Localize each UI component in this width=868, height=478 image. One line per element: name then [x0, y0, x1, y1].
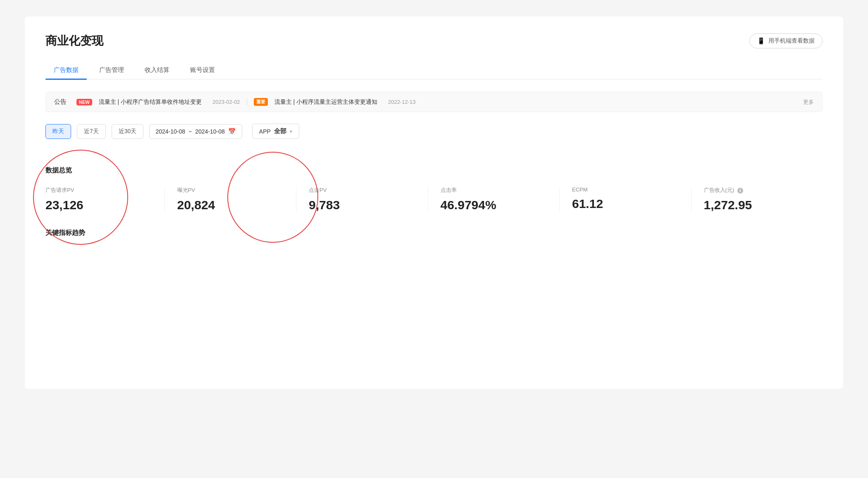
- stat-label-ctr: 点击率: [441, 186, 547, 194]
- more-link[interactable]: 更多: [803, 98, 814, 106]
- stat-value-ad-revenue: 1,272.95: [704, 198, 811, 212]
- date-start: 2024-10-08: [155, 128, 185, 135]
- stat-value-ctr: 46.9794%: [441, 198, 547, 212]
- phone-icon: 📱: [757, 37, 765, 45]
- calendar-icon: 📅: [228, 128, 236, 135]
- time-btn-30days[interactable]: 近30天: [112, 124, 144, 139]
- page-header: 商业化变现 📱 用手机端查看数据: [45, 33, 823, 49]
- tab-income[interactable]: 收入结算: [136, 61, 178, 79]
- stat-label-ad-request-pv: 广告请求PV: [45, 186, 152, 194]
- tab-ad-mgmt[interactable]: 广告管理: [91, 61, 132, 79]
- chevron-down-icon: ▾: [290, 129, 292, 134]
- stat-label-ecpm: ECPM: [572, 186, 679, 193]
- badge-important: 重要: [254, 98, 268, 106]
- app-filter-dropdown[interactable]: APP 全部 ▾: [252, 124, 299, 139]
- stat-item-impression-pv: 曝光PV 20,824: [177, 186, 297, 212]
- date-range-picker[interactable]: 2024-10-08 ~ 2024-10-08 📅: [149, 124, 242, 139]
- stat-label-impression-pv: 曝光PV: [177, 186, 284, 194]
- main-content: 商业化变现 📱 用手机端查看数据 广告数据 广告管理 收入结算 账号设置 公告: [25, 17, 843, 389]
- stat-value-impression-pv: 20,824: [177, 198, 284, 212]
- date-separator: ~: [188, 128, 192, 135]
- tab-ad-data[interactable]: 广告数据: [45, 61, 87, 79]
- stat-value-ad-request-pv: 23,126: [45, 198, 152, 212]
- time-btn-7days[interactable]: 近7天: [77, 124, 106, 139]
- stat-label-ad-revenue: 广告收入(元) ℹ: [704, 186, 811, 194]
- stat-item-ctr: 点击率 46.9794%: [441, 186, 560, 212]
- filter-bar: 昨天 近7天 近30天 2024-10-08 ~ 2024-10-08 📅 AP…: [45, 124, 823, 139]
- stat-value-click-pv: 9,783: [309, 198, 415, 212]
- stats-section: 数据总览 广告请求PV 23,126 曝光PV 20,824 点击PV 9,78…: [45, 154, 823, 220]
- date-end: 2024-10-08: [195, 128, 225, 135]
- mobile-btn-label: 用手机端查看数据: [768, 37, 815, 45]
- page-container: 商业化变现 📱 用手机端查看数据 广告数据 广告管理 收入结算 账号设置 公告: [0, 17, 868, 478]
- page-title: 商业化变现: [45, 33, 103, 49]
- announce-label: 公告: [54, 98, 67, 106]
- stat-value-ecpm: 61.12: [572, 197, 679, 211]
- mobile-view-button[interactable]: 📱 用手机端查看数据: [749, 33, 823, 48]
- tabs-row: 广告数据 广告管理 收入结算 账号设置: [45, 61, 823, 79]
- stat-label-click-pv: 点击PV: [309, 186, 415, 194]
- announce-divider: [247, 99, 247, 105]
- trends-section: 关键指标趋势: [45, 229, 823, 237]
- stat-item-ad-request-pv: 广告请求PV 23,126: [45, 186, 165, 212]
- announce-text-1[interactable]: 流量主 | 小程序广告结算单收件地址变更: [99, 98, 202, 106]
- badge-new: NEW: [76, 99, 92, 105]
- tab-account[interactable]: 账号设置: [182, 61, 223, 79]
- stat-item-click-pv: 点击PV 9,783: [309, 186, 428, 212]
- announce-date-1: 2023-02-02: [212, 99, 240, 105]
- stats-grid: 广告请求PV 23,126 曝光PV 20,824 点击PV 9,783 点击率…: [45, 186, 823, 212]
- announce-date-2: 2022-12-13: [388, 99, 416, 105]
- info-icon[interactable]: ℹ: [737, 188, 743, 194]
- trends-title: 关键指标趋势: [45, 229, 823, 237]
- stats-section-title: 数据总览: [45, 166, 823, 175]
- app-filter-value: 全部: [274, 127, 286, 135]
- stat-item-ecpm: ECPM 61.12: [572, 186, 692, 212]
- announce-text-2[interactable]: 流量主 | 小程序流量主运营主体变更通知: [274, 98, 377, 106]
- announcement-bar: 公告 NEW 流量主 | 小程序广告结算单收件地址变更 2023-02-02 重…: [45, 92, 823, 112]
- stat-item-ad-revenue: 广告收入(元) ℹ 1,272.95: [704, 186, 823, 212]
- app-filter-label: APP: [259, 128, 271, 135]
- time-btn-yesterday[interactable]: 昨天: [45, 124, 71, 139]
